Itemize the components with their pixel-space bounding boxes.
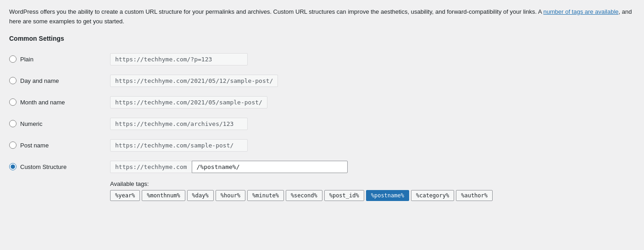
tag-btn-hour[interactable]: %hour%: [216, 190, 245, 201]
label-post-name-text: Post name: [20, 142, 49, 149]
available-tags-label: Available tags:: [110, 180, 635, 187]
permalink-row-plain: Plain https://techhyme.com/?p=123: [9, 49, 635, 70]
intro-paragraph: WordPress offers you the ability to crea…: [9, 7, 635, 27]
tags-row: %year%%monthnum%%day%%hour%%minute%%seco…: [110, 190, 635, 201]
tag-btn-category[interactable]: %category%: [411, 190, 454, 201]
permalink-options: Plain https://techhyme.com/?p=123 Day an…: [9, 49, 635, 178]
permalink-row-day-and-name: Day and name https://techhyme.com/2021/0…: [9, 70, 635, 92]
url-month-and-name: https://techhyme.com/2021/05/sample-post…: [110, 96, 267, 109]
tag-btn-post_id[interactable]: %post_id%: [324, 190, 364, 201]
url-plain: https://techhyme.com/?p=123: [110, 53, 248, 65]
label-plain[interactable]: Plain: [9, 55, 110, 63]
permalink-row-custom-structure: Custom Structure https://techhyme.com: [9, 156, 635, 178]
label-month-and-name[interactable]: Month and name: [9, 98, 110, 106]
permalink-row-month-and-name: Month and name https://techhyme.com/2021…: [9, 92, 635, 113]
label-numeric[interactable]: Numeric: [9, 120, 110, 127]
label-day-and-name[interactable]: Day and name: [9, 77, 110, 84]
url-day-and-name: https://techhyme.com/2021/05/12/sample-p…: [110, 75, 278, 87]
tag-btn-second[interactable]: %second%: [286, 190, 322, 201]
section-title: Common Settings: [9, 35, 635, 42]
url-post-name: https://techhyme.com/sample-post/: [110, 139, 248, 152]
intro-text-before-link: WordPress offers you the ability to crea…: [9, 8, 543, 15]
label-numeric-text: Numeric: [20, 120, 42, 127]
label-day-and-name-text: Day and name: [20, 77, 59, 84]
radio-post-name[interactable]: [9, 141, 17, 149]
tag-btn-day[interactable]: %day%: [187, 190, 214, 201]
custom-structure-input[interactable]: [192, 161, 348, 173]
radio-numeric[interactable]: [9, 120, 17, 127]
radio-custom-structure[interactable]: [9, 163, 17, 170]
radio-month-and-name[interactable]: [9, 98, 17, 106]
label-plain-text: Plain: [20, 56, 33, 63]
tag-btn-postname[interactable]: %postname%: [366, 190, 409, 201]
url-numeric: https://techhyme.com/archives/123: [110, 118, 248, 130]
tag-btn-year[interactable]: %year%: [110, 190, 140, 201]
label-post-name[interactable]: Post name: [9, 141, 110, 149]
tag-btn-author[interactable]: %author%: [456, 190, 493, 201]
tag-btn-minute[interactable]: %minute%: [247, 190, 284, 201]
radio-day-and-name[interactable]: [9, 77, 17, 84]
permalink-row-numeric: Numeric https://techhyme.com/archives/12…: [9, 113, 635, 135]
available-tags-section: Available tags: %year%%monthnum%%day%%ho…: [110, 180, 635, 201]
label-month-and-name-text: Month and name: [20, 99, 65, 106]
label-custom-structure-text: Custom Structure: [20, 163, 67, 170]
custom-structure-input-group: https://techhyme.com: [110, 161, 348, 173]
tags-available-link[interactable]: number of tags are available: [543, 8, 618, 15]
radio-plain[interactable]: [9, 55, 17, 63]
label-custom-structure[interactable]: Custom Structure: [9, 163, 110, 170]
permalink-row-post-name: Post name https://techhyme.com/sample-po…: [9, 135, 635, 156]
tag-btn-monthnum[interactable]: %monthnum%: [142, 190, 185, 201]
custom-base-url: https://techhyme.com: [110, 161, 192, 173]
